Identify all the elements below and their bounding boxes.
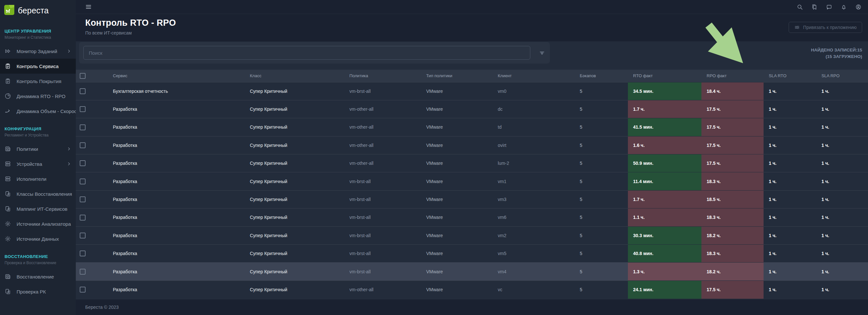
row-checkbox[interactable] <box>80 215 86 221</box>
sidebar-item[interactable]: Источники Данных <box>0 231 76 246</box>
sidebar-item[interactable]: Динамика Объем - Скорость <box>0 104 76 119</box>
table-row[interactable]: РазработкаСупер Критичныйvm-other-allVMw… <box>76 118 868 136</box>
cell-sla-rto: 1 ч. <box>764 190 816 208</box>
cell-client: vc <box>476 281 568 298</box>
bell-icon[interactable] <box>841 4 847 10</box>
brand-logo-icon <box>4 5 14 16</box>
table-header-row: Сервис Класс Политика Тип политики Клиен… <box>76 70 868 82</box>
attach-to-app-button[interactable]: Привязать к приложению <box>788 22 862 33</box>
cell-sla-rto: 1 ч. <box>764 172 816 190</box>
search-icon[interactable] <box>797 4 803 10</box>
chevron-right-icon <box>67 49 71 53</box>
sidebar-item-label: Монитор Заданий <box>17 49 57 54</box>
topbar-icons <box>797 4 862 10</box>
row-checkbox-cell <box>76 262 88 281</box>
search-panel <box>79 42 550 63</box>
cell-backups: 5 <box>568 82 628 100</box>
filter-icon[interactable] <box>539 50 545 56</box>
brand-name: береста <box>18 6 49 15</box>
sidebar-item[interactable]: Восстановление <box>0 269 76 284</box>
content-area: НАЙДЕНО ЗАПИСЕЙ:15 (15 ЗАГРУЖЕНО) Сервис… <box>76 41 868 299</box>
topbar <box>76 0 868 14</box>
cell-backups: 5 <box>568 100 628 118</box>
chat-icon[interactable] <box>826 4 832 10</box>
gear-icon <box>5 221 11 227</box>
sidebar-item-label: Устройства <box>17 161 42 167</box>
row-checkbox[interactable] <box>80 287 86 292</box>
cell-rpo-fact: 18.3 ч. <box>702 245 764 262</box>
table-row[interactable]: РазработкаСупер Критичныйvm-brst-allVMwa… <box>76 190 868 208</box>
sidebar-item[interactable]: Устройства <box>0 156 76 171</box>
sidebar-nav: ЦЕНТР УПРАВЛЕНИЯМониторинг и СтатистикаМ… <box>0 21 76 299</box>
table-row[interactable]: Бухгалтерская отчетностьСупер Критичныйv… <box>76 82 868 100</box>
cell-sla-rpo: 1 ч. <box>816 172 868 190</box>
sidebar-item[interactable]: Проверка РК <box>0 284 76 299</box>
cell-client: ovirt <box>476 136 568 154</box>
records-found-count: НАЙДЕНО ЗАПИСЕЙ:15 <box>811 47 862 53</box>
cell-sla-rpo: 1 ч. <box>816 190 868 208</box>
table-row[interactable]: РазработкаСупер Критичныйvm-brst-allVMwa… <box>76 245 868 262</box>
row-checkbox-cell <box>76 118 88 136</box>
table-row[interactable]: РазработкаСупер Критичныйvm-other-allVMw… <box>76 100 868 118</box>
row-checkbox[interactable] <box>80 251 86 256</box>
table-row[interactable]: РазработкаСупер Критичныйvm-other-allVMw… <box>76 281 868 298</box>
row-checkbox[interactable] <box>80 196 86 202</box>
cell-class: Супер Критичный <box>228 190 329 208</box>
row-checkbox[interactable] <box>80 269 86 275</box>
cell-sla-rpo: 1 ч. <box>816 82 868 100</box>
cell-rto-fact: 1.7 ч. <box>628 190 702 208</box>
cell-client: vm0 <box>476 82 568 100</box>
sidebar-item[interactable]: Политики <box>0 141 76 156</box>
table-row[interactable]: РазработкаСупер Критичныйvm-other-allVMw… <box>76 136 868 154</box>
sidebar: береста ЦЕНТР УПРАВЛЕНИЯМониторинг и Ста… <box>0 0 76 315</box>
sidebar-item[interactable]: Динамика RTO - RPO <box>0 89 76 104</box>
sidebar-item-label: Политики <box>17 146 38 152</box>
select-all-checkbox[interactable] <box>80 73 86 79</box>
table-row[interactable]: РазработкаСупер Критичныйvm-brst-allVMwa… <box>76 226 868 244</box>
sidebar-item[interactable]: Источники Анализатора <box>0 216 76 231</box>
column-header-policy: Политика <box>329 70 408 82</box>
row-checkbox[interactable] <box>80 233 86 238</box>
cell-rpo-fact: 18.2 ч. <box>702 226 764 244</box>
cell-policy-type: VMware <box>408 281 476 298</box>
sidebar-item[interactable]: Контроль Покрытия <box>0 74 76 89</box>
table-row[interactable]: РазработкаСупер Критичныйvm-other-allVMw… <box>76 154 868 172</box>
cell-policy: vm-other-all <box>329 118 408 136</box>
cell-rpo-fact: 17.5 ч. <box>702 136 764 154</box>
sidebar-item[interactable]: Контроль Сервиса <box>0 59 76 74</box>
table-row[interactable]: РазработкаСупер Критичныйvm-brst-allVMwa… <box>76 262 868 281</box>
row-checkbox[interactable] <box>80 88 86 94</box>
search-input[interactable] <box>83 46 530 60</box>
cell-rto-fact: 1.3 ч. <box>628 262 702 281</box>
sidebar-item-label: Проверка РК <box>17 289 46 294</box>
cell-service: Разработка <box>88 245 228 262</box>
cell-service: Разработка <box>88 262 228 281</box>
table-row[interactable]: РазработкаСупер Критичныйvm-brst-allVMwa… <box>76 208 868 226</box>
row-checkbox[interactable] <box>80 124 86 130</box>
cell-sla-rpo: 1 ч. <box>816 245 868 262</box>
cell-sla-rto: 1 ч. <box>764 136 816 154</box>
sidebar-item[interactable]: Классы Восстановления <box>0 186 76 201</box>
sidebar-item[interactable]: Исполнители <box>0 171 76 186</box>
account-icon[interactable] <box>855 4 862 10</box>
row-checkbox[interactable] <box>80 142 86 148</box>
row-checkbox-cell <box>76 82 88 100</box>
sidebar-item[interactable]: Маппинг ИТ-Сервисов <box>0 201 76 216</box>
cell-service: Разработка <box>88 100 228 118</box>
cell-rpo-fact: 17.5 ч. <box>702 281 764 298</box>
row-checkbox[interactable] <box>80 160 86 166</box>
menu-icon[interactable] <box>85 4 92 10</box>
page-title: Контроль RTO - RPO <box>85 18 176 28</box>
news-icon <box>5 273 11 280</box>
chevron-right-icon <box>67 162 71 166</box>
brand-logo[interactable]: береста <box>0 0 76 21</box>
row-checkbox[interactable] <box>80 106 86 112</box>
merge-arrow-icon <box>5 108 11 114</box>
sidebar-item-label: Контроль Сервиса <box>17 63 59 69</box>
cell-sla-rto: 1 ч. <box>764 208 816 226</box>
row-checkbox[interactable] <box>80 178 86 184</box>
cell-rpo-fact: 18.3 ч. <box>702 208 764 226</box>
bookmark-icon[interactable] <box>811 4 817 10</box>
sidebar-item[interactable]: Монитор Заданий <box>0 44 76 59</box>
table-row[interactable]: РазработкаСупер Критичныйvm-brst-allVMwa… <box>76 172 868 190</box>
